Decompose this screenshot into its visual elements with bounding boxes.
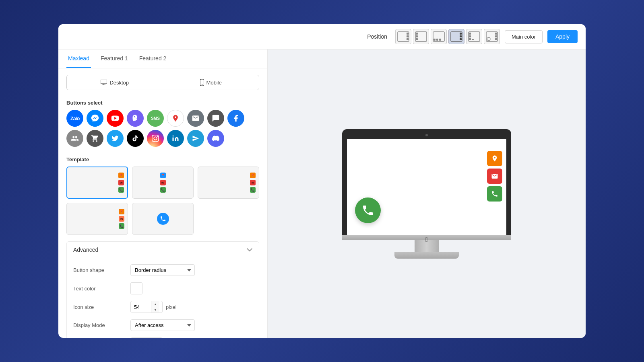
zalo-icon[interactable]: Zalo xyxy=(66,110,83,127)
icon-size-control: ▲ ▼ pixel xyxy=(130,301,177,313)
tab-maxlead[interactable]: Maxlead xyxy=(66,49,91,68)
text-color-control xyxy=(130,282,142,294)
icon-size-label: Icon size xyxy=(73,304,126,310)
cart-icon[interactable] xyxy=(87,130,103,147)
display-mode-select[interactable]: After access xyxy=(130,319,195,331)
tmpl-4-dot-2: ✉ xyxy=(119,216,124,222)
main-color-button[interactable]: Main color xyxy=(505,30,543,43)
email-icon[interactable] xyxy=(187,110,204,127)
svg-rect-24 xyxy=(495,38,497,40)
tmpl-2-dot-3: 📞 xyxy=(160,187,166,193)
svg-rect-6 xyxy=(416,35,418,37)
desktop-btn[interactable]: Desktop xyxy=(67,75,163,90)
template-4-icons: 📍 ✉ 📞 xyxy=(119,209,124,229)
youtube-icon[interactable] xyxy=(107,110,124,127)
tab-featured2[interactable]: Featured 2 xyxy=(138,49,168,68)
icon-size-up[interactable]: ▲ xyxy=(151,301,159,307)
facebook-icon[interactable] xyxy=(227,110,244,127)
margin-lr-row: Margin Left/Right ▲ ▼ pixel xyxy=(67,334,259,338)
left-panel: Maxlead Featured 1 Featured 2 Desktop Mo… xyxy=(58,49,268,338)
right-panel:  xyxy=(268,49,586,338)
tmpl-2-dot-1: 📍 xyxy=(160,173,166,178)
buttons-select-label: Buttons select xyxy=(58,97,267,110)
advanced-header[interactable]: Advanced xyxy=(67,242,259,258)
advanced-section: Advanced Button shape Border radius xyxy=(66,241,259,338)
svg-rect-19 xyxy=(469,38,471,40)
mobile-icon xyxy=(200,79,204,86)
svg-rect-3 xyxy=(407,38,409,40)
tmpl-dot-orange: 📍 xyxy=(118,173,124,178)
icon-size-spinners: ▲ ▼ xyxy=(151,301,159,313)
margin-lr-input-wrap: ▲ ▼ xyxy=(130,337,163,338)
telegram-icon[interactable] xyxy=(187,130,204,147)
template-item-5[interactable] xyxy=(132,203,194,235)
template-5-dot xyxy=(157,213,169,225)
maps-icon[interactable] xyxy=(167,110,184,127)
chevron-down-icon xyxy=(247,248,252,251)
svg-rect-13 xyxy=(460,33,462,35)
tmpl-2-dot-2: ✉ xyxy=(160,180,166,185)
template-item-3[interactable]: 📍 ✉ 📞 xyxy=(198,167,259,199)
text-color-row: Text color xyxy=(67,279,259,298)
svg-point-31 xyxy=(173,136,174,137)
imac-stand-top:  xyxy=(342,235,511,240)
icon-size-row: Icon size ▲ ▼ pixel xyxy=(67,298,259,316)
icon-size-input[interactable] xyxy=(131,302,151,313)
position-btn-4[interactable] xyxy=(448,29,464,44)
mobile-btn[interactable]: Mobile xyxy=(163,75,259,90)
svg-point-25 xyxy=(487,37,490,41)
position-btn-5[interactable] xyxy=(466,29,482,44)
tab-featured1[interactable]: Featured 1 xyxy=(99,49,130,68)
svg-rect-14 xyxy=(460,35,462,37)
button-shape-label: Button shape xyxy=(73,267,126,273)
mobile-label: Mobile xyxy=(206,80,222,86)
svg-rect-22 xyxy=(495,33,497,35)
viber-icon[interactable] xyxy=(127,110,144,127)
messenger-icon[interactable] xyxy=(87,110,103,127)
position-btn-1[interactable] xyxy=(395,29,411,44)
instagram-icon[interactable] xyxy=(147,130,164,147)
group-icon[interactable] xyxy=(66,130,83,147)
linkedin-icon[interactable] xyxy=(167,130,184,147)
template-5-center xyxy=(136,206,190,232)
position-btn-6[interactable] xyxy=(484,29,500,44)
tmpl-3-dot-1: 📍 xyxy=(250,173,256,178)
device-toggle: Desktop Mobile xyxy=(66,75,259,90)
tiktok-icon[interactable] xyxy=(127,130,144,147)
template-1-icons: 📍 ✉ 📞 xyxy=(118,173,124,193)
icon-size-unit: pixel xyxy=(166,304,177,310)
position-btn-2[interactable] xyxy=(413,29,429,44)
template-item-2[interactable]: 📍 ✉ 📞 xyxy=(132,167,194,199)
discord-icon[interactable] xyxy=(207,130,224,147)
tmpl-4-dot-3: 📞 xyxy=(119,223,124,229)
tmpl-3-dot-3: 📞 xyxy=(250,187,256,193)
svg-rect-26 xyxy=(101,80,107,84)
svg-rect-20 xyxy=(472,39,474,40)
template-item-1[interactable]: 📍 ✉ 📞 xyxy=(66,167,128,199)
preview-buttons xyxy=(487,151,502,202)
svg-rect-17 xyxy=(469,33,471,35)
position-btn-3[interactable] xyxy=(431,29,447,44)
desktop-label: Desktop xyxy=(109,80,129,86)
tmpl-dot-red: ✉ xyxy=(118,180,124,185)
chat-icon[interactable] xyxy=(207,110,224,127)
svg-rect-23 xyxy=(495,35,497,37)
svg-point-30 xyxy=(202,84,202,85)
tmpl-dot-green: 📞 xyxy=(118,187,124,193)
top-bar: Position Main color Apply xyxy=(58,24,586,49)
imac-mockup:  xyxy=(342,129,511,259)
imac-screen xyxy=(347,139,506,235)
twitter-icon[interactable] xyxy=(107,130,124,147)
template-item-4[interactable]: 📍 ✉ 📞 xyxy=(66,203,128,235)
display-mode-row: Display Mode After access xyxy=(67,316,259,334)
svg-rect-2 xyxy=(407,35,409,37)
advanced-body: Button shape Border radius Text color xyxy=(67,258,259,338)
text-color-swatch[interactable] xyxy=(130,282,142,294)
icon-size-down[interactable]: ▼ xyxy=(151,307,159,313)
button-shape-select[interactable]: Border radius xyxy=(130,264,195,276)
svg-rect-5 xyxy=(416,33,418,35)
sms-icon[interactable]: SMS xyxy=(147,110,164,127)
position-label: Position xyxy=(367,33,387,40)
apply-button[interactable]: Apply xyxy=(547,30,578,43)
svg-rect-10 xyxy=(436,39,438,41)
